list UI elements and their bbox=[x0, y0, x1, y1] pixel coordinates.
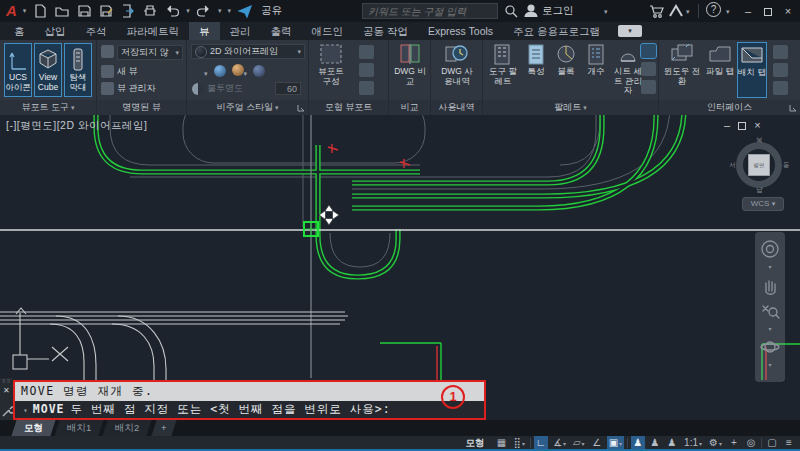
drawing-restore-button[interactable] bbox=[738, 119, 746, 131]
view-manager-button[interactable]: 뷰 관리자 bbox=[101, 82, 156, 95]
tab-view[interactable]: 뷰 bbox=[189, 22, 220, 40]
viewport-controls-label[interactable]: [-][평면도][2D 와이어프레임] bbox=[6, 119, 147, 133]
layout-tabs-button[interactable]: 배치 탭 bbox=[737, 42, 767, 98]
viewport-named-icon[interactable] bbox=[359, 45, 374, 59]
tab-addins[interactable]: 애드인 bbox=[302, 22, 354, 40]
help-caret-icon[interactable]: ▾ bbox=[726, 8, 730, 16]
tile-horizontally-icon[interactable] bbox=[773, 81, 788, 95]
dwg-compare-button[interactable]: DWG 비교 bbox=[392, 43, 428, 86]
panel-label-named-views[interactable]: 명명된 뷰 bbox=[97, 100, 186, 115]
customize-plus-icon[interactable]: + bbox=[727, 436, 741, 449]
maximize-button[interactable] bbox=[758, 0, 778, 22]
panel-label-interface[interactable]: 인터페이스 bbox=[659, 100, 800, 115]
annotation-autoscale-icon[interactable]: ♟ bbox=[648, 436, 662, 449]
ucs-icon-toggle[interactable]: UCS 아이콘 bbox=[4, 43, 32, 97]
login-label[interactable]: 로그인 bbox=[542, 4, 574, 18]
tool-palettes-button[interactable]: 도구 팔레트 bbox=[485, 43, 521, 86]
customization-menu-icon[interactable]: ≡ bbox=[782, 436, 796, 449]
print-icon[interactable] bbox=[142, 3, 158, 19]
annotation-scale-button[interactable]: 1:1▾ bbox=[682, 436, 704, 449]
tab-featured-apps[interactable]: 주요 응용프로그램 bbox=[503, 22, 610, 40]
opacity-value[interactable]: 60 bbox=[275, 82, 301, 95]
xray-sphere-icon[interactable] bbox=[253, 65, 265, 77]
login-caret-icon[interactable]: ▾ bbox=[604, 8, 608, 16]
tab-collaborate[interactable]: 공동 작업 bbox=[353, 22, 418, 40]
command-line-grip[interactable]: ⠿⠿ ✕ bbox=[0, 378, 13, 420]
viewcube-east-label[interactable]: 동 bbox=[783, 161, 790, 170]
dwg-history-button[interactable]: DWG 사용내역 bbox=[439, 43, 475, 86]
model-space-button[interactable]: 모형 bbox=[459, 436, 492, 449]
command-prompt-line[interactable]: ▾MOVE두 번째 점 지정 또는 <첫 번째 점을 변위로 사용>: bbox=[15, 401, 484, 418]
visual-style-combo[interactable]: 2D 와이어프레임▾ bbox=[191, 44, 305, 59]
panel-label-viewport-tools[interactable]: 뷰포트 도구▾ bbox=[0, 100, 96, 115]
user-icon[interactable] bbox=[523, 3, 539, 19]
save-icon[interactable] bbox=[76, 3, 92, 19]
navbar-caret-icon[interactable]: ▾ bbox=[768, 326, 771, 332]
counter-palette-icon[interactable] bbox=[641, 80, 656, 94]
autodesk-logo-icon[interactable] bbox=[668, 3, 684, 19]
minimize-button[interactable]: – bbox=[738, 0, 758, 22]
navigation-wheel-icon[interactable] bbox=[759, 238, 781, 260]
viewcube-toggle[interactable]: View Cube bbox=[34, 43, 62, 97]
workspace-gear-icon[interactable]: ⚙▾ bbox=[707, 436, 724, 449]
navigation-bar-toggle[interactable]: 탐색 막대 bbox=[64, 43, 92, 97]
sheet-set-manager-button[interactable]: 시트 세트 관리자 bbox=[611, 43, 645, 96]
command-line-window[interactable]: ⠿⠿ ✕ MOVE 명령 재개 중. ▾MOVE두 번째 점 지정 또는 <첫 … bbox=[0, 378, 494, 420]
cascade-windows-icon[interactable] bbox=[773, 45, 788, 59]
command-close-icon[interactable]: ✕ bbox=[3, 386, 10, 395]
undo-caret-icon[interactable]: ▾ bbox=[186, 7, 190, 15]
iso-draft-icon[interactable]: ▱▾ bbox=[571, 436, 587, 449]
panel-label-palettes[interactable]: 팔레트▾ bbox=[483, 100, 658, 115]
panel-label-history[interactable]: 사용내역 bbox=[431, 100, 482, 115]
face-style-button[interactable]: ▾ bbox=[192, 64, 208, 78]
search-icon[interactable] bbox=[503, 3, 519, 19]
drawing-canvas[interactable]: [-][평면도][2D 와이어프레임] – × 북 서 동 남 평면 WCS ▾… bbox=[0, 115, 800, 420]
navbar-caret-icon[interactable]: ▾ bbox=[768, 264, 771, 270]
viewcube-north-label[interactable]: 북 bbox=[756, 136, 763, 145]
autodesk-caret-icon[interactable]: ▾ bbox=[686, 8, 690, 16]
sheet-views-palette-icon[interactable] bbox=[641, 62, 656, 76]
tab-annotate[interactable]: 주석 bbox=[76, 22, 117, 40]
properties-button[interactable]: 특성 bbox=[521, 43, 551, 77]
zoom-icon[interactable] bbox=[759, 300, 781, 322]
panel-label-model-viewports[interactable]: 모형 뷰포트 bbox=[309, 100, 388, 115]
edge-style-button[interactable]: ▾ bbox=[232, 64, 248, 78]
tab-insert[interactable]: 삽입 bbox=[35, 22, 76, 40]
clean-screen-icon[interactable]: ▢ bbox=[765, 436, 779, 449]
drawing-minimize-button[interactable]: – bbox=[724, 119, 730, 131]
redo-icon[interactable] bbox=[196, 3, 212, 19]
tab-manage[interactable]: 관리 bbox=[220, 22, 261, 40]
orbit-icon[interactable] bbox=[759, 336, 781, 358]
viewport-join-icon[interactable] bbox=[359, 63, 374, 77]
app-menu-caret-icon[interactable]: ▾ bbox=[23, 7, 27, 15]
tab-parametric[interactable]: 파라메트릭 bbox=[117, 22, 190, 40]
navigation-bar[interactable]: ▾ ▾ ▾ bbox=[755, 232, 785, 382]
interface-dialog-launcher-icon[interactable] bbox=[789, 104, 797, 112]
navbar-caret-icon[interactable]: ▾ bbox=[768, 362, 771, 368]
command-line-palette-icon[interactable] bbox=[641, 44, 656, 58]
opacity-icon[interactable] bbox=[192, 83, 204, 95]
switch-windows-button[interactable]: 윈도우 전환 bbox=[663, 43, 701, 86]
object-snap-tracking-icon[interactable]: ∠ bbox=[590, 436, 604, 449]
viewcube-top-face[interactable]: 평면 bbox=[748, 154, 770, 176]
close-button[interactable]: × bbox=[778, 0, 798, 22]
share-label[interactable]: 공유 bbox=[261, 4, 282, 18]
undo-icon[interactable] bbox=[164, 3, 180, 19]
export-icon[interactable] bbox=[120, 3, 136, 19]
tab-layout2[interactable]: 배치2 bbox=[103, 420, 152, 436]
save-as-icon[interactable] bbox=[98, 3, 114, 19]
file-tabs-button[interactable]: 파일 탭 bbox=[705, 43, 735, 77]
panel-label-visual-styles[interactable]: 비주얼 스타일▾ bbox=[187, 100, 308, 115]
redo-caret-icon[interactable]: ▾ bbox=[218, 7, 222, 15]
viewport-restore-icon[interactable] bbox=[359, 81, 374, 95]
object-snap-icon[interactable]: ▣▾ bbox=[607, 436, 624, 449]
snap-mode-icon[interactable]: ⣿▾ bbox=[512, 436, 527, 449]
share-plane-icon[interactable] bbox=[237, 3, 253, 19]
annotation-visibility-icon[interactable]: ♟ bbox=[631, 436, 645, 449]
shaded-sphere-icon[interactable] bbox=[214, 65, 226, 77]
isolate-objects-icon[interactable]: ◎ bbox=[744, 436, 758, 449]
customize-toolbar-icon[interactable]: ▾ bbox=[227, 7, 231, 15]
new-view-button[interactable]: 새 뷰 bbox=[101, 65, 138, 78]
viewcube-south-label[interactable]: 남 bbox=[756, 186, 763, 195]
tab-model[interactable]: 모형 bbox=[11, 420, 55, 436]
